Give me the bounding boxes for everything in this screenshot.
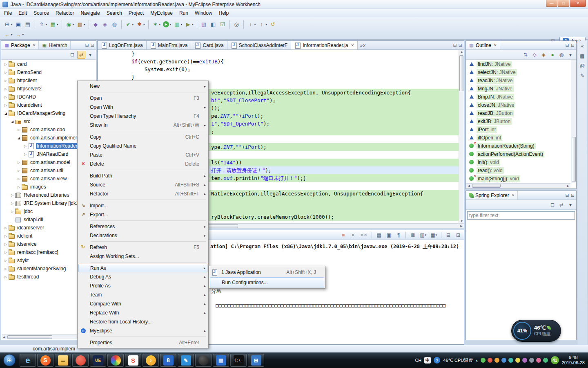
- maximize-view-icon[interactable]: [91, 43, 94, 48]
- new-java-project-icon[interactable]: ▧: [199, 20, 209, 29]
- declaration-trim-icon[interactable]: ✎: [578, 72, 586, 80]
- display-selected-console-icon[interactable]: ▥: [419, 231, 428, 239]
- tray-icon-8[interactable]: [529, 358, 534, 363]
- tab-overflow-chevron[interactable]: 2: [358, 41, 368, 49]
- console-toolbar-separator[interactable]: [372, 232, 372, 238]
- expand-arrow-icon[interactable]: [3, 63, 8, 66]
- menu-item-profile-as[interactable]: Profile As: [78, 281, 207, 290]
- war-icon[interactable]: ◈: [100, 20, 110, 29]
- task-icon[interactable]: ☑: [218, 20, 227, 29]
- tab-spring-explorer[interactable]: Spring Explorer: [466, 191, 518, 200]
- taskbar-vm-icon[interactable]: ▦: [213, 354, 229, 367]
- outline-item-read[interactable]: read() : void: [466, 166, 570, 175]
- expand-arrow-icon[interactable]: [3, 103, 8, 107]
- print-icon[interactable]: ▤: [23, 20, 33, 29]
- titlebar[interactable]: Java - IDCardManagerSwing/src/com/artisa…: [0, 0, 588, 9]
- tab-hierarchy[interactable]: Hierarch: [39, 41, 70, 49]
- console-toolbar-separator[interactable]: [441, 232, 441, 238]
- expand-arrow-icon[interactable]: [3, 267, 8, 271]
- cpu-temp-gadget[interactable]: 41% 46℃ CPU温度: [511, 320, 561, 342]
- expand-arrow-icon[interactable]: [16, 169, 21, 173]
- save-icon[interactable]: ▣: [14, 20, 23, 29]
- taskbar-clock[interactable]: 9:48 2019-06-28: [562, 355, 585, 366]
- menu-separator[interactable]: [91, 337, 206, 337]
- expand-arrow-icon[interactable]: [10, 193, 15, 197]
- validate-icon[interactable]: ✔: [124, 20, 135, 29]
- editor-vscrollbar[interactable]: ▲ ▼: [459, 50, 464, 223]
- help-tray-icon[interactable]: ?: [434, 357, 440, 364]
- menu-item-open[interactable]: Open F3: [78, 94, 207, 103]
- outline-item-mngjn[interactable]: MngJN : JNative: [466, 85, 570, 93]
- expand-arrow-icon[interactable]: [3, 95, 8, 99]
- maximize-view-icon[interactable]: [571, 43, 575, 48]
- expand-arrow-icon[interactable]: [16, 161, 21, 164]
- run-icon[interactable]: ▶: [162, 20, 172, 29]
- menu-item-export[interactable]: Export...: [78, 210, 207, 219]
- remove-all-launches-icon[interactable]: ✕✕: [359, 231, 369, 239]
- new-wizard-icon[interactable]: ⊞: [2, 20, 14, 29]
- toolbar-separator[interactable]: [121, 20, 122, 29]
- tray-icon-5[interactable]: [508, 358, 513, 363]
- tray-icon-4[interactable]: [501, 358, 506, 363]
- close-view-icon[interactable]: [33, 43, 36, 47]
- tab-package-explorer[interactable]: Package: [1, 41, 39, 49]
- view-menu-icon[interactable]: ▾: [86, 51, 94, 59]
- menu-item-paste[interactable]: Paste Ctrl+V: [78, 150, 207, 159]
- expand-arrow-icon[interactable]: [16, 128, 21, 132]
- menu-item-delete[interactable]: Delete Delete: [78, 159, 207, 168]
- hide-fields-icon[interactable]: ◇: [530, 51, 539, 59]
- expand-arrow-icon[interactable]: [3, 251, 8, 254]
- menu-separator[interactable]: [91, 241, 206, 242]
- submenu-item-java-application[interactable]: 1 Java Application Alt+Shift+X, J: [210, 267, 324, 277]
- menu-item-assign-working-sets[interactable]: Assign Working Sets...: [78, 252, 207, 261]
- tray-icon-6[interactable]: [515, 358, 520, 363]
- menu-item-restore-from-local-history[interactable]: Restore from Local History...: [78, 317, 207, 326]
- expand-arrow-icon[interactable]: [3, 226, 8, 230]
- restore-trim-icon[interactable]: «: [578, 42, 586, 50]
- link-with-editor-icon[interactable]: ⇄: [77, 51, 85, 59]
- outline-item-iport[interactable]: iPort : int: [466, 126, 570, 134]
- expand-arrow-icon[interactable]: [23, 144, 28, 148]
- tray-icon-10[interactable]: [543, 358, 548, 363]
- javadoc-trim-icon[interactable]: @: [578, 62, 586, 70]
- taskbar-explorer-icon[interactable]: ▬: [55, 354, 71, 367]
- expand-arrow-icon[interactable]: [3, 112, 8, 115]
- scroll-down-icon[interactable]: ▼: [459, 220, 464, 223]
- menu-item-debug-as[interactable]: Debug As: [78, 272, 207, 281]
- outline-item-init[interactable]: init() : void: [466, 158, 570, 166]
- menu-myeclipse[interactable]: MyEclipse: [147, 9, 176, 17]
- menu-navigate[interactable]: Navigate: [77, 9, 103, 17]
- menu-item-copy[interactable]: Copy Ctrl+C: [78, 132, 207, 141]
- link-with-editor-icon[interactable]: ⇄: [557, 201, 566, 209]
- maximize-view-icon[interactable]: [459, 43, 462, 48]
- expand-arrow-icon[interactable]: [3, 87, 8, 91]
- outline-item-findjn[interactable]: findJN : JNative: [466, 60, 570, 68]
- menu-item-references[interactable]: References: [78, 222, 207, 231]
- menu-item-open-with[interactable]: Open With: [78, 103, 207, 112]
- scroll-right-icon[interactable]: ▶: [566, 184, 570, 188]
- minimize-view-icon[interactable]: ⊟: [444, 231, 452, 239]
- menu-separator[interactable]: [91, 262, 206, 263]
- taskbar-color-wheel-icon[interactable]: [107, 354, 124, 367]
- menu-separator[interactable]: [91, 200, 206, 200]
- view-trim-icon[interactable]: ▤: [578, 52, 586, 60]
- outline-item-closejn[interactable]: closeJN : JNative: [466, 101, 570, 109]
- close-button[interactable]: ✕: [570, 0, 586, 7]
- taskbar-remote-icon[interactable]: ⊞: [248, 354, 264, 367]
- toolbar-separator[interactable]: [62, 20, 62, 29]
- menu-item-properties[interactable]: Properties Alt+Enter: [78, 338, 207, 347]
- outline-hscrollbar[interactable]: ◀ ▶: [466, 183, 570, 188]
- outline-item-readjb[interactable]: readJB : JButton: [466, 109, 570, 117]
- expand-arrow-icon[interactable]: [10, 210, 15, 213]
- server-icon[interactable]: ▦: [48, 20, 60, 29]
- scroll-lock-icon[interactable]: ▣: [385, 231, 393, 239]
- taskbar-music-icon[interactable]: ♪: [143, 354, 159, 367]
- tab-schoolclassaddinterf[interactable]: SchoolClassAddInterF: [227, 41, 291, 49]
- expand-arrow-icon[interactable]: [16, 136, 21, 140]
- outline-item-actionperformed[interactable]: actionPerformed(ActionEvent): [466, 150, 570, 158]
- outline-item-selectjn[interactable]: selectJN : JNative: [466, 68, 570, 76]
- terminate-icon[interactable]: ■: [339, 231, 347, 239]
- menu-file[interactable]: File: [1, 9, 15, 17]
- menu-item-declarations[interactable]: Declarations: [78, 231, 207, 240]
- scrollbar-thumb[interactable]: [7, 335, 52, 339]
